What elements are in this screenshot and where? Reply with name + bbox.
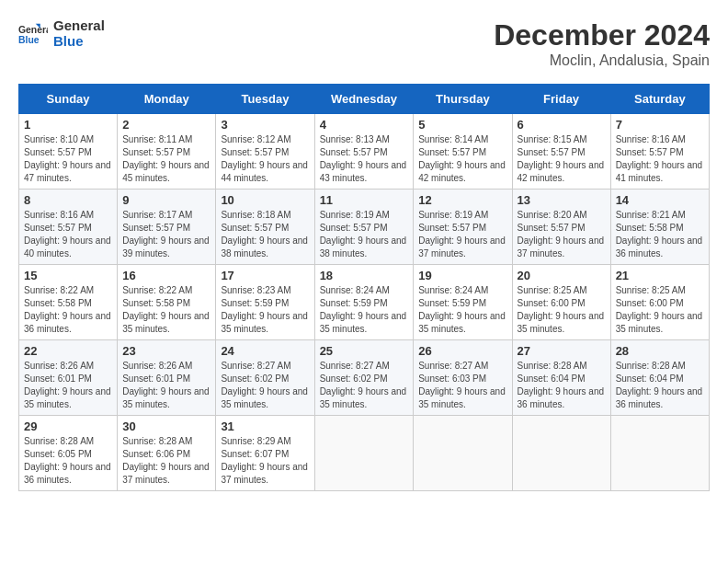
day-info: Sunrise: 8:15 AMSunset: 5:57 PMDaylight:… bbox=[518, 134, 605, 183]
day-info: Sunrise: 8:22 AMSunset: 5:58 PMDaylight:… bbox=[122, 285, 210, 334]
calendar-cell: 18 Sunrise: 8:24 AMSunset: 5:59 PMDaylig… bbox=[314, 265, 414, 340]
calendar-cell bbox=[414, 416, 512, 491]
day-number: 5 bbox=[418, 118, 506, 132]
page-header: General Blue General Blue December 2024 … bbox=[18, 18, 710, 69]
day-info: Sunrise: 8:24 AMSunset: 5:59 PMDaylight:… bbox=[418, 285, 506, 334]
day-number: 14 bbox=[616, 193, 704, 207]
calendar-cell: 27 Sunrise: 8:28 AMSunset: 6:04 PMDaylig… bbox=[512, 340, 610, 416]
day-number: 23 bbox=[122, 344, 210, 358]
day-number: 25 bbox=[320, 344, 409, 358]
day-number: 30 bbox=[122, 419, 210, 433]
day-number: 18 bbox=[320, 269, 409, 282]
day-info: Sunrise: 8:28 AMSunset: 6:04 PMDaylight:… bbox=[518, 361, 605, 409]
calendar-table: SundayMondayTuesdayWednesdayThursdayFrid… bbox=[18, 84, 710, 491]
day-info: Sunrise: 8:10 AMSunset: 5:57 PMDaylight:… bbox=[24, 134, 111, 183]
calendar-cell: 15 Sunrise: 8:22 AMSunset: 5:58 PMDaylig… bbox=[19, 265, 118, 340]
calendar-cell: 19 Sunrise: 8:24 AMSunset: 5:59 PMDaylig… bbox=[414, 265, 512, 340]
day-number: 24 bbox=[221, 344, 309, 358]
day-info: Sunrise: 8:25 AMSunset: 6:00 PMDaylight:… bbox=[518, 285, 605, 334]
calendar-cell: 5 Sunrise: 8:14 AMSunset: 5:57 PMDayligh… bbox=[414, 114, 512, 190]
day-info: Sunrise: 8:23 AMSunset: 5:59 PMDaylight:… bbox=[221, 285, 308, 334]
day-number: 15 bbox=[24, 269, 112, 282]
day-number: 3 bbox=[221, 118, 309, 132]
day-info: Sunrise: 8:14 AMSunset: 5:57 PMDaylight:… bbox=[418, 134, 506, 183]
calendar-cell: 31 Sunrise: 8:29 AMSunset: 6:07 PMDaylig… bbox=[216, 416, 314, 491]
svg-text:General: General bbox=[18, 25, 48, 35]
day-info: Sunrise: 8:27 AMSunset: 6:02 PMDaylight:… bbox=[320, 361, 407, 409]
day-info: Sunrise: 8:27 AMSunset: 6:03 PMDaylight:… bbox=[418, 361, 506, 409]
calendar-cell: 9 Sunrise: 8:17 AMSunset: 5:57 PMDayligh… bbox=[118, 190, 216, 265]
day-info: Sunrise: 8:29 AMSunset: 6:07 PMDaylight:… bbox=[221, 436, 308, 485]
day-number: 7 bbox=[616, 118, 704, 132]
weekday-header-saturday: Saturday bbox=[610, 85, 709, 114]
calendar-cell: 10 Sunrise: 8:18 AMSunset: 5:57 PMDaylig… bbox=[216, 190, 314, 265]
day-number: 10 bbox=[221, 193, 309, 207]
calendar-cell: 20 Sunrise: 8:25 AMSunset: 6:00 PMDaylig… bbox=[512, 265, 610, 340]
day-info: Sunrise: 8:28 AMSunset: 6:05 PMDaylight:… bbox=[24, 436, 111, 485]
calendar-cell: 26 Sunrise: 8:27 AMSunset: 6:03 PMDaylig… bbox=[414, 340, 512, 416]
day-number: 19 bbox=[418, 269, 506, 282]
calendar-cell: 21 Sunrise: 8:25 AMSunset: 6:00 PMDaylig… bbox=[610, 265, 709, 340]
weekday-header-friday: Friday bbox=[512, 85, 610, 114]
day-info: Sunrise: 8:12 AMSunset: 5:57 PMDaylight:… bbox=[221, 134, 308, 183]
day-info: Sunrise: 8:24 AMSunset: 5:59 PMDaylight:… bbox=[320, 285, 407, 334]
day-number: 11 bbox=[320, 193, 409, 207]
weekday-header-monday: Monday bbox=[118, 85, 216, 114]
calendar-cell: 23 Sunrise: 8:26 AMSunset: 6:01 PMDaylig… bbox=[118, 340, 216, 416]
day-info: Sunrise: 8:26 AMSunset: 6:01 PMDaylight:… bbox=[24, 361, 111, 409]
day-number: 2 bbox=[122, 118, 210, 132]
logo-icon: General Blue bbox=[18, 23, 48, 45]
day-info: Sunrise: 8:28 AMSunset: 6:06 PMDaylight:… bbox=[122, 436, 210, 485]
calendar-cell: 3 Sunrise: 8:12 AMSunset: 5:57 PMDayligh… bbox=[216, 114, 314, 190]
day-info: Sunrise: 8:16 AMSunset: 5:57 PMDaylight:… bbox=[24, 210, 111, 259]
calendar-cell: 16 Sunrise: 8:22 AMSunset: 5:58 PMDaylig… bbox=[118, 265, 216, 340]
day-number: 31 bbox=[221, 419, 309, 433]
day-number: 28 bbox=[616, 344, 704, 358]
day-info: Sunrise: 8:18 AMSunset: 5:57 PMDaylight:… bbox=[221, 210, 308, 259]
calendar-cell: 25 Sunrise: 8:27 AMSunset: 6:02 PMDaylig… bbox=[314, 340, 414, 416]
day-number: 12 bbox=[418, 193, 506, 207]
svg-text:Blue: Blue bbox=[18, 34, 40, 44]
calendar-cell: 24 Sunrise: 8:27 AMSunset: 6:02 PMDaylig… bbox=[216, 340, 314, 416]
day-info: Sunrise: 8:20 AMSunset: 5:57 PMDaylight:… bbox=[518, 210, 605, 259]
day-number: 8 bbox=[24, 193, 112, 207]
day-info: Sunrise: 8:22 AMSunset: 5:58 PMDaylight:… bbox=[24, 285, 111, 334]
day-number: 4 bbox=[320, 118, 409, 132]
calendar-cell: 2 Sunrise: 8:11 AMSunset: 5:57 PMDayligh… bbox=[118, 114, 216, 190]
calendar-cell: 13 Sunrise: 8:20 AMSunset: 5:57 PMDaylig… bbox=[512, 190, 610, 265]
day-number: 27 bbox=[518, 344, 606, 358]
logo-blue: Blue bbox=[53, 34, 105, 50]
calendar-cell: 8 Sunrise: 8:16 AMSunset: 5:57 PMDayligh… bbox=[19, 190, 118, 265]
day-info: Sunrise: 8:16 AMSunset: 5:57 PMDaylight:… bbox=[616, 134, 703, 183]
weekday-header-wednesday: Wednesday bbox=[314, 85, 414, 114]
month-title: December 2024 bbox=[494, 18, 710, 52]
day-number: 16 bbox=[122, 269, 210, 282]
calendar-cell: 22 Sunrise: 8:26 AMSunset: 6:01 PMDaylig… bbox=[19, 340, 118, 416]
day-info: Sunrise: 8:28 AMSunset: 6:04 PMDaylight:… bbox=[616, 361, 703, 409]
calendar-cell: 11 Sunrise: 8:19 AMSunset: 5:57 PMDaylig… bbox=[314, 190, 414, 265]
day-info: Sunrise: 8:27 AMSunset: 6:02 PMDaylight:… bbox=[221, 361, 308, 409]
day-number: 1 bbox=[24, 118, 112, 132]
calendar-cell: 14 Sunrise: 8:21 AMSunset: 5:58 PMDaylig… bbox=[610, 190, 709, 265]
day-number: 21 bbox=[616, 269, 704, 282]
weekday-header-tuesday: Tuesday bbox=[216, 85, 314, 114]
day-info: Sunrise: 8:26 AMSunset: 6:01 PMDaylight:… bbox=[122, 361, 210, 409]
location-title: Moclin, Andalusia, Spain bbox=[494, 52, 710, 69]
day-number: 6 bbox=[518, 118, 606, 132]
logo-general: General bbox=[53, 18, 105, 34]
day-info: Sunrise: 8:19 AMSunset: 5:57 PMDaylight:… bbox=[320, 210, 407, 259]
calendar-cell: 1 Sunrise: 8:10 AMSunset: 5:57 PMDayligh… bbox=[19, 114, 118, 190]
day-info: Sunrise: 8:17 AMSunset: 5:57 PMDaylight:… bbox=[122, 210, 210, 259]
day-number: 13 bbox=[518, 193, 606, 207]
calendar-cell bbox=[314, 416, 414, 491]
calendar-cell: 17 Sunrise: 8:23 AMSunset: 5:59 PMDaylig… bbox=[216, 265, 314, 340]
calendar-cell: 4 Sunrise: 8:13 AMSunset: 5:57 PMDayligh… bbox=[314, 114, 414, 190]
calendar-cell bbox=[610, 416, 709, 491]
calendar-cell: 12 Sunrise: 8:19 AMSunset: 5:57 PMDaylig… bbox=[414, 190, 512, 265]
day-number: 20 bbox=[518, 269, 606, 282]
calendar-cell: 28 Sunrise: 8:28 AMSunset: 6:04 PMDaylig… bbox=[610, 340, 709, 416]
day-info: Sunrise: 8:21 AMSunset: 5:58 PMDaylight:… bbox=[616, 210, 703, 259]
day-info: Sunrise: 8:11 AMSunset: 5:57 PMDaylight:… bbox=[122, 134, 210, 183]
day-info: Sunrise: 8:25 AMSunset: 6:00 PMDaylight:… bbox=[616, 285, 703, 334]
calendar-cell: 6 Sunrise: 8:15 AMSunset: 5:57 PMDayligh… bbox=[512, 114, 610, 190]
